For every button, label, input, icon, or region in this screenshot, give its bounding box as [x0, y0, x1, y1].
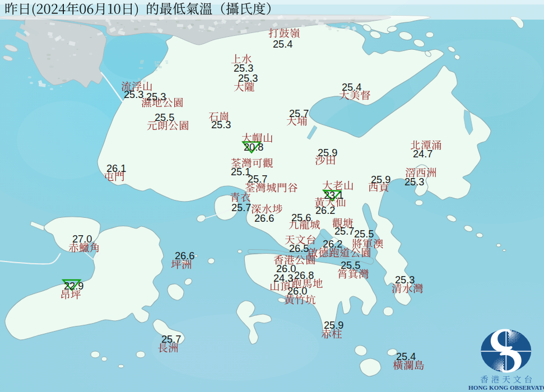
svg-text:26.1: 26.1 — [106, 163, 126, 174]
svg-text:26.2: 26.2 — [315, 205, 335, 216]
svg-text:25.3: 25.3 — [234, 63, 253, 74]
svg-text:24.7: 24.7 — [413, 148, 433, 160]
svg-text:25.3: 25.3 — [395, 274, 415, 286]
svg-text:25.3: 25.3 — [124, 89, 143, 100]
svg-text:27.0: 27.0 — [72, 234, 92, 245]
svg-text:25.5: 25.5 — [155, 112, 174, 123]
svg-text:25.7: 25.7 — [161, 334, 181, 345]
svg-text:25.3: 25.3 — [238, 73, 258, 84]
svg-text:26.2: 26.2 — [323, 239, 342, 250]
svg-text:22.9: 22.9 — [64, 281, 83, 292]
svg-text:25.3: 25.3 — [146, 91, 166, 102]
svg-text:25.9: 25.9 — [324, 320, 343, 331]
svg-text:25.4: 25.4 — [273, 39, 292, 50]
svg-text:25.7: 25.7 — [334, 226, 354, 237]
svg-text:25.3: 25.3 — [404, 176, 424, 188]
svg-text:25.5: 25.5 — [354, 228, 374, 240]
svg-text:25.5: 25.5 — [341, 260, 360, 271]
svg-text:25.7: 25.7 — [248, 174, 267, 185]
svg-text:25.7: 25.7 — [289, 108, 309, 119]
svg-text:25.9: 25.9 — [371, 174, 390, 185]
svg-text:26.0: 26.0 — [287, 286, 307, 297]
svg-text:26.6: 26.6 — [254, 213, 274, 224]
svg-text:24.3: 24.3 — [273, 273, 293, 284]
svg-text:20.8: 20.8 — [244, 142, 263, 153]
svg-text:HONG KONG OBSERVATORY: HONG KONG OBSERVATORY — [468, 384, 544, 391]
svg-text:26.6: 26.6 — [175, 250, 194, 262]
svg-text:25.4: 25.4 — [396, 351, 416, 362]
svg-text:26.8: 26.8 — [294, 270, 314, 281]
svg-text:25.6: 25.6 — [291, 212, 311, 223]
svg-text:23.1: 23.1 — [324, 190, 343, 201]
svg-text:25.4: 25.4 — [342, 82, 361, 93]
svg-text:26.5: 26.5 — [289, 243, 309, 254]
svg-text:25.3: 25.3 — [211, 119, 231, 130]
svg-text:25.9: 25.9 — [318, 147, 337, 158]
svg-text:25.7: 25.7 — [231, 202, 251, 213]
